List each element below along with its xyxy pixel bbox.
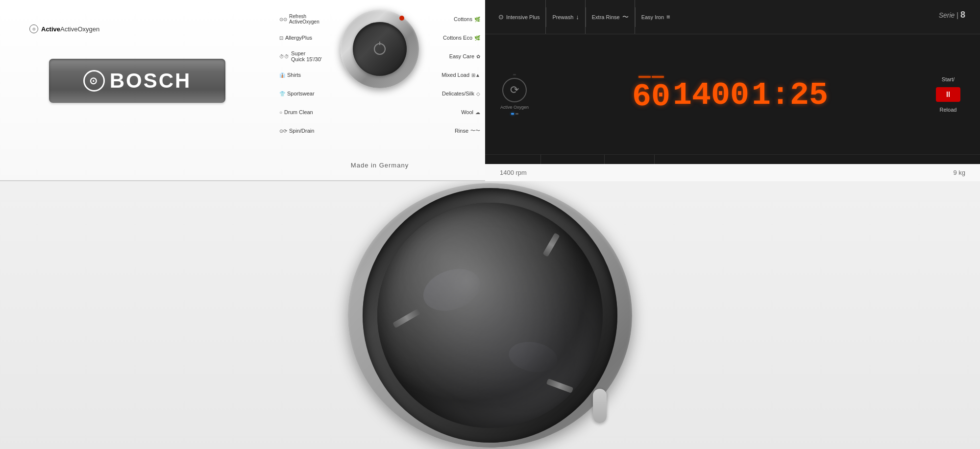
program-spin-drain[interactable]: ⊙⟳ Spin/Drain (274, 121, 322, 140)
easy-iron-icon: ≡ (666, 13, 670, 21)
program-label-wool: Wool (461, 109, 473, 115)
ao-led-top (513, 74, 516, 75)
dial-indicator-dot (399, 16, 404, 21)
program-cottons-eco[interactable]: Cottons Eco 🌿 (441, 28, 485, 47)
intensive-plus-label: Intensive Plus (506, 14, 539, 20)
temp-led-1 (638, 76, 651, 78)
program-sportswear[interactable]: 👕 Sportswear (274, 84, 322, 103)
wool-icon: ☁ (475, 110, 480, 115)
program-allergyplus[interactable]: ⊡ AllergyPlus (274, 28, 322, 47)
washing-machine: ⊙ ActiveActiveOxygen ⊙ BOSCH ⊙⊙ Refr (0, 0, 980, 449)
main-display-area: ⟳ Active Oxygen (485, 34, 980, 154)
digital-numbers-display: 60 1400 1:25 (544, 76, 916, 113)
intensive-plus-icon: ⊙ (498, 13, 504, 21)
temp-top-leds (638, 76, 664, 78)
right-program-labels: Cottons 🌿 Cottons Eco 🌿 Easy Care ✿ Mixe… (441, 10, 485, 140)
ao-temp-leds (511, 113, 518, 115)
prewash-icon: ↓ (576, 13, 579, 21)
options-top-row: ⊙ Intensive Plus Prewash ↓ Extra Rinse 〜… (485, 0, 980, 34)
program-shirts[interactable]: 👔 Shirts (274, 66, 322, 84)
drum-clean-icon: ○ (279, 110, 282, 115)
ao-display-icon: ⟳ (502, 78, 527, 102)
program-dial[interactable] (341, 10, 419, 88)
ao-display-section: ⟳ Active Oxygen (495, 74, 534, 115)
spec-labels-row: 1400 rpm 9 kg (485, 164, 980, 181)
refresh-icon: ⊙⊙ (279, 17, 287, 22)
temperature-display: 60 (632, 76, 670, 113)
dial-inner-ring (353, 22, 407, 76)
left-section: ⊙ ActiveActiveOxygen ⊙ BOSCH (0, 0, 274, 181)
program-cottons[interactable]: Cottons 🌿 (441, 10, 485, 28)
mixed-load-icon: ⊞▲ (471, 72, 480, 78)
program-super-quick[interactable]: ⏱⏱ SuperQuick 15'/30' (274, 47, 322, 66)
program-delicates-silk[interactable]: Delicates/Silk ◇ (441, 84, 485, 103)
quick-icon: ⏱⏱ (279, 54, 289, 59)
bosch-circle-icon: ⊙ (83, 70, 105, 92)
middle-section: ⊙⊙ RefreshActiveOxygen ⊡ AllergyPlus ⏱⏱ … (274, 0, 485, 181)
start-reload-section: Start/ ⏸ Reload (926, 76, 970, 113)
rpm-display: 1400 (673, 77, 749, 112)
extra-rinse-icon: 〜 (622, 13, 629, 22)
kg-spec-label: 9 kg (953, 169, 965, 176)
program-label-cottons: Cottons (454, 16, 472, 22)
start-pause-button[interactable]: ⏸ (936, 87, 960, 102)
option-easy-iron[interactable]: Easy Iron ≡ (636, 0, 676, 34)
ao-leds (513, 74, 516, 75)
start-label: Start/ (942, 76, 955, 82)
bosch-brand-name: BOSCH (110, 69, 192, 93)
temp-led-blue (511, 113, 514, 115)
program-refresh-activeoxygen[interactable]: ⊙⊙ RefreshActiveOxygen (274, 10, 322, 28)
power-button[interactable] (374, 43, 386, 55)
program-label-drum: Drum Clean (284, 109, 313, 115)
spin-icon: ⊙⟳ (279, 128, 287, 134)
programs-area: ⊙⊙ RefreshActiveOxygen ⊡ AllergyPlus ⏱⏱ … (274, 0, 485, 152)
cottons-eco-icon: 🌿 (474, 35, 480, 41)
program-easy-care[interactable]: Easy Care ✿ (441, 47, 485, 66)
ao-display-label: Active Oxygen (500, 105, 529, 111)
lower-panel (0, 181, 980, 449)
program-label-shirts: Shirts (287, 72, 301, 78)
sportswear-icon: 👕 (279, 91, 285, 96)
program-label-easy-care: Easy Care (449, 53, 474, 59)
active-oxygen-label: ActiveActiveOxygen (41, 25, 99, 33)
rpm-value: 1400 (673, 80, 749, 112)
program-label-sportswear: Sportswear (287, 91, 315, 96)
temp-value: 60 (632, 81, 670, 113)
dial-outer-ring (341, 10, 419, 88)
program-rinse[interactable]: Rinse 〜〜 (441, 121, 485, 140)
easy-care-icon: ✿ (476, 54, 480, 59)
prewash-label: Prewash (552, 14, 573, 20)
drum-middle-ring (363, 188, 617, 443)
time-segment: 1:25 (752, 77, 828, 112)
program-wool[interactable]: Wool ☁ (441, 103, 485, 121)
program-label-spin: Spin/Drain (289, 128, 314, 134)
program-mixed-load[interactable]: Mixed Load ⊞▲ (441, 66, 485, 84)
delicates-icon: ◇ (476, 91, 480, 96)
reload-label: Reload (940, 107, 957, 113)
drum-inner-glass (377, 203, 603, 428)
serie-divider: | (956, 11, 958, 19)
shirts-icon: 👔 (279, 72, 285, 78)
time-display: 1:25 (752, 77, 828, 112)
drum-outer-ring (348, 183, 632, 448)
made-in-germany-label: Made in Germany (351, 162, 409, 169)
option-extra-rinse[interactable]: Extra Rinse 〜 (586, 0, 635, 34)
program-label-refresh: RefreshActiveOxygen (289, 14, 319, 24)
option-intensive-plus[interactable]: ⊙ Intensive Plus (492, 0, 546, 34)
allergyplus-icon: ⊡ (279, 35, 283, 41)
program-label-quick: SuperQuick 15'/30' (291, 50, 322, 62)
program-drum-clean[interactable]: ○ Drum Clean (274, 103, 322, 121)
right-section: Serie | 8 ⊙ Intensive Plus Prewash ↓ Ext… (485, 0, 980, 181)
door-handle[interactable] (593, 389, 607, 423)
serie-label: Serie (939, 11, 955, 19)
extra-rinse-label: Extra Rinse (592, 14, 620, 20)
option-prewash[interactable]: Prewash ↓ (546, 0, 585, 34)
rinse-icon: 〜〜 (470, 127, 480, 134)
serie-badge: Serie | 8 (939, 10, 965, 20)
control-panel: ⊙ ActiveActiveOxygen ⊙ BOSCH ⊙⊙ Refr (0, 0, 980, 181)
rpm-segment: 1400 (673, 77, 749, 112)
program-label-cottons-eco: Cottons Eco (443, 35, 472, 41)
program-label-rinse: Rinse (455, 128, 468, 134)
program-label-allergy: AllergyPlus (285, 35, 312, 41)
cottons-icon: 🌿 (474, 17, 480, 22)
